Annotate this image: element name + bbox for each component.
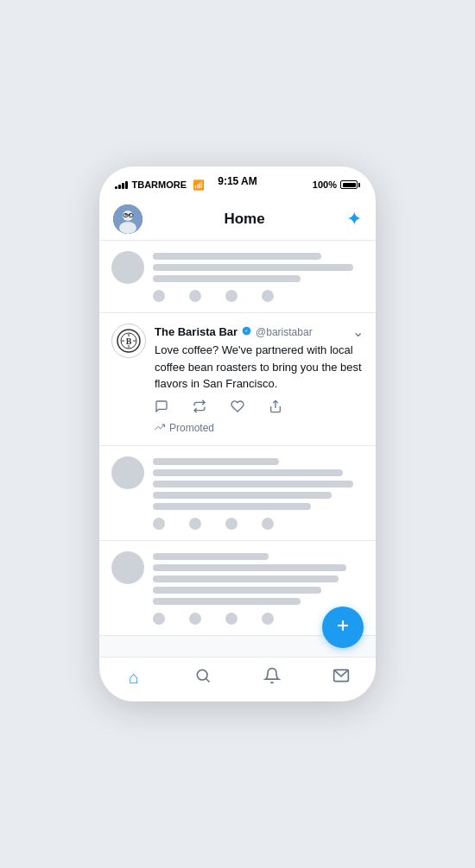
tweet-feed: B The Barista Bar @baristabar ⌄ Love c [99,241,376,657]
placeholder-avatar [111,251,144,284]
battery-icon [340,180,360,189]
promoted-text: Promoted [169,422,214,434]
tweet-account-name: The Barista Bar [155,325,238,338]
promoted-label: Promoted [155,422,364,435]
nav-search[interactable] [184,663,222,694]
signal-bar-2 [118,185,121,189]
placeholder-avatar-3 [111,551,144,584]
signal-bar-4 [125,181,128,189]
nav-home[interactable]: ⌂ [115,663,153,694]
tweet-body: The Barista Bar @baristabar ⌄ Love coffe… [155,324,364,435]
carrier-label: TBARMORE [132,179,187,190]
svg-text:B: B [126,337,132,346]
svg-point-18 [197,670,207,680]
status-right: 100% [313,179,360,190]
ph-actions [153,290,364,302]
signal-bars [115,180,128,189]
ph-line [153,598,301,605]
retweet-icon[interactable] [193,399,206,417]
nav-notifications[interactable] [253,663,291,694]
ph-line [153,553,269,560]
bottom-nav: ⌂ [99,657,376,701]
tweet-text: Love coffee? We've partnered with local … [155,342,364,393]
ph-line [153,469,343,476]
promoted-tweet: B The Barista Bar @baristabar ⌄ Love c [99,313,376,446]
signal-bar-1 [115,186,117,189]
wifi-icon: 📶 [193,179,205,191]
ph-line [153,587,321,594]
compose-fab[interactable] [322,607,364,648]
search-icon [194,667,212,689]
bell-icon [263,667,281,689]
home-icon: ⌂ [129,668,139,688]
reply-icon[interactable] [155,399,168,417]
ph-line [153,503,311,510]
ph-dot [153,290,165,302]
status-bar: TBARMORE 📶 9:15 AM 100% [99,167,376,198]
ph-actions-2 [153,518,364,530]
ph-dot [189,613,201,625]
phone-shell: TBARMORE 📶 9:15 AM 100% [99,167,376,701]
sparkle-icon[interactable]: ✦ [346,208,362,230]
svg-point-3 [125,214,127,216]
ph-dot [189,518,201,530]
ph-line [153,481,353,487]
placeholder-avatar-2 [111,456,144,489]
ph-dot [262,613,274,625]
status-time: 9:15 AM [218,175,257,187]
ph-dot [225,518,238,530]
ph-dot [262,290,274,302]
user-avatar[interactable] [113,204,142,234]
ph-dot [225,613,238,625]
page-title: Home [224,211,264,228]
placeholder-tweet-2 [99,446,376,541]
battery-percent: 100% [313,179,337,190]
ph-dot [153,518,165,530]
signal-bar-3 [122,183,124,189]
placeholder-tweet-1 [99,241,376,313]
ph-line [153,253,321,260]
ph-dot [225,290,238,302]
ph-dot [153,613,165,625]
ph-line [153,492,332,499]
ph-dot [189,290,201,302]
compose-icon [334,617,352,638]
barista-logo: B [111,324,146,358]
svg-line-19 [206,679,210,682]
placeholder-content [153,251,364,302]
app-header: Home ✦ [99,198,376,241]
tweet-name-row: The Barista Bar @baristabar [155,325,313,339]
like-icon[interactable] [231,399,244,417]
verified-badge [241,325,252,339]
share-icon[interactable] [269,399,282,417]
tweet-handle: @baristabar [256,326,313,338]
placeholder-content-2 [153,456,364,530]
tweet-header: The Barista Bar @baristabar ⌄ [155,324,364,340]
tweet-more-button[interactable]: ⌄ [352,324,364,340]
ph-line [153,275,301,282]
svg-point-2 [119,222,136,234]
promoted-icon [155,422,165,435]
ph-line [153,264,353,271]
ph-line [153,564,346,571]
mail-icon [332,667,350,689]
tweet-actions [155,399,364,417]
ph-dot [262,518,274,530]
ph-line [153,576,339,582]
ph-line [153,458,279,465]
status-left: TBARMORE 📶 [115,179,205,191]
nav-messages[interactable] [322,663,360,694]
